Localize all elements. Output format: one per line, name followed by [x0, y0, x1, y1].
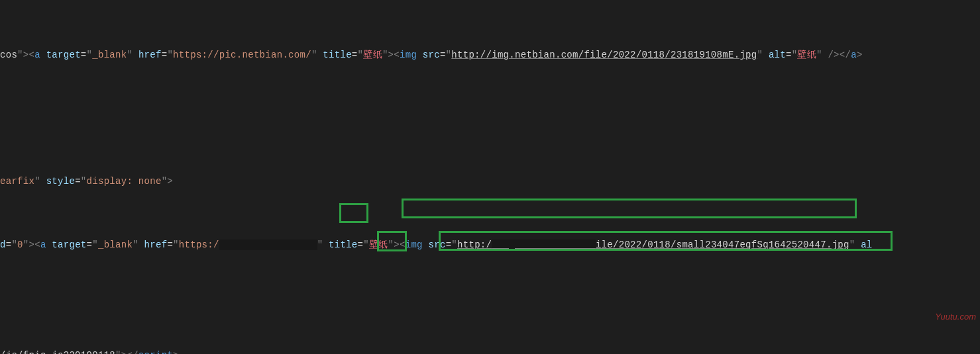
text: cos	[0, 50, 17, 60]
code-line: /js/fpic.js?20190118"></script>	[0, 347, 980, 354]
watermark: Yuutu.com	[935, 310, 976, 324]
url-link[interactable]: http://img.netbian.com/file/2022/0118/23…	[451, 50, 757, 60]
url-link[interactable]: ile/2022/0118/small234047eqfSq1642520447…	[596, 240, 849, 250]
code-editor[interactable]: cos"><a target="_blank" href="https://pi…	[0, 0, 980, 354]
redacted-text: /img.netbian.com/	[219, 240, 317, 250]
code-line: d="0"><a target="_blank" href="https://i…	[0, 237, 980, 253]
url-link[interactable]: http:/	[457, 240, 492, 250]
code-line: cos"><a target="_blank" href="https://pi…	[0, 47, 980, 63]
code-line: earfix" style="display: none">	[0, 173, 980, 189]
url-link[interactable]: /js/fpic.js?20190118	[0, 350, 115, 354]
redacted-text: /img.netbian.com/f	[492, 240, 596, 250]
